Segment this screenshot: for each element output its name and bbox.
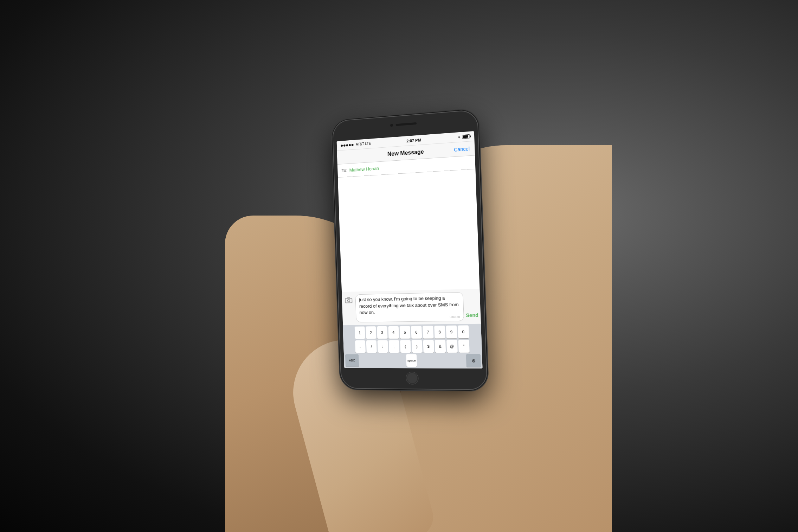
- key-3[interactable]: 3: [377, 326, 387, 339]
- send-button[interactable]: Send: [466, 311, 478, 321]
- signal-dot-1: [341, 144, 343, 146]
- keyboard-row-symbols: - / : ; ( ) $ & @ ": [344, 339, 481, 353]
- key-9[interactable]: 9: [446, 325, 457, 338]
- signal-bars: [341, 143, 353, 146]
- nav-title: New Message: [387, 148, 424, 157]
- speaker-area: [390, 122, 417, 127]
- home-button[interactable]: [406, 372, 419, 384]
- key-semicolon[interactable]: ;: [388, 340, 399, 353]
- key-space[interactable]: space: [406, 354, 417, 367]
- char-count: 100/160: [360, 315, 460, 320]
- front-camera: [390, 124, 393, 127]
- camera-button[interactable]: [344, 295, 354, 305]
- signal-dot-2: [343, 144, 346, 146]
- key-lparen[interactable]: (: [400, 340, 411, 353]
- bluetooth-icon: ∗: [458, 135, 461, 139]
- key-6[interactable]: 6: [411, 326, 422, 338]
- status-right: ∗: [458, 134, 470, 139]
- battery-indicator: [462, 134, 470, 139]
- phone-body: AT&T LTE 2:07 PM ∗ New Message Cancel To…: [332, 109, 488, 390]
- signal-dot-3: [346, 144, 348, 146]
- keyboard: 1 2 3 4 5 6 7 8 9 0 - / : ; (: [343, 323, 482, 368]
- screen: AT&T LTE 2:07 PM ∗ New Message Cancel To…: [337, 131, 483, 368]
- nav-spacer: [342, 156, 359, 157]
- key-amp[interactable]: &: [435, 340, 446, 353]
- battery-fill: [463, 135, 468, 138]
- svg-point-1: [347, 299, 350, 302]
- status-left: AT&T LTE: [341, 141, 371, 147]
- keyboard-row-bottom: ABC space ⊗: [345, 354, 482, 367]
- time-display: 2:07 PM: [406, 137, 421, 143]
- message-content: just so you know, I'm going to be keepin…: [359, 295, 460, 316]
- key-delete[interactable]: ⊗: [466, 354, 481, 367]
- message-input[interactable]: just so you know, I'm going to be keepin…: [355, 292, 464, 322]
- key-5[interactable]: 5: [399, 326, 410, 339]
- to-label: To:: [342, 167, 348, 173]
- carrier-label: AT&T LTE: [356, 141, 371, 146]
- key-2[interactable]: 2: [366, 326, 376, 339]
- key-dollar[interactable]: $: [423, 340, 434, 352]
- message-body-area[interactable]: [338, 169, 480, 292]
- key-8[interactable]: 8: [434, 326, 445, 339]
- key-rparen[interactable]: ): [411, 340, 422, 352]
- key-abc[interactable]: ABC: [345, 354, 359, 366]
- key-quote[interactable]: ": [458, 340, 469, 353]
- key-1[interactable]: 1: [354, 326, 365, 339]
- key-0[interactable]: 0: [458, 325, 469, 338]
- key-slash[interactable]: /: [366, 340, 377, 353]
- signal-dot-5: [352, 143, 354, 146]
- key-colon[interactable]: :: [377, 340, 388, 353]
- speaker-grille: [396, 122, 417, 126]
- key-dash[interactable]: -: [355, 340, 366, 353]
- key-at[interactable]: @: [446, 340, 457, 353]
- keyboard-row-numbers: 1 2 3 4 5 6 7 8 9 0: [343, 325, 481, 339]
- key-4[interactable]: 4: [388, 326, 399, 339]
- signal-dot-4: [349, 144, 351, 146]
- cancel-button[interactable]: Cancel: [454, 146, 470, 152]
- recipient-name: Mathew Honan: [349, 166, 379, 173]
- camera-icon: [345, 297, 353, 303]
- compose-area: just so you know, I'm going to be keepin…: [342, 289, 481, 325]
- key-7[interactable]: 7: [423, 326, 433, 339]
